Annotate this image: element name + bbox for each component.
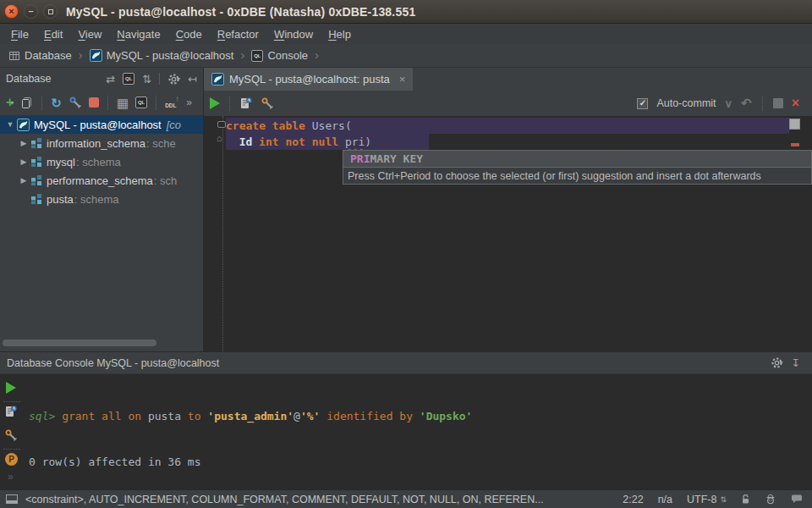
completion-popup: PRIMARY KEY Press Ctrl+Period to choose … [343,150,812,185]
table-view-icon[interactable]: ▦ [117,97,129,109]
caret-down-icon: ▾ [10,99,14,107]
completion-hint: Press Ctrl+Period to choose the selected… [343,167,811,184]
console-header: Database Console MySQL - pusta@localhost… [0,352,812,374]
hide-panel-icon[interactable]: ↤ [188,73,197,86]
scroll-from-source-icon[interactable]: ⇄ [106,73,115,86]
close-console-icon[interactable]: × [792,97,799,110]
divider [3,449,20,450]
panel-title: Database [6,73,52,85]
database-panel-toolbar: +▾ ↻ ▦ QL DDL↑ » [0,90,203,115]
schema-icon [30,193,42,205]
toolbar-overflow-icon[interactable]: » [186,97,191,108]
tree-item-mysql-schema[interactable]: ▶ mysql : schema [0,152,203,171]
window-maximize-button[interactable] [43,4,58,19]
line-separator[interactable]: n/a [658,494,672,505]
console-line: 0 row(s) affected in 36 ms [29,455,809,470]
menu-navigate[interactable]: Navigate [109,28,167,41]
run-button[interactable] [210,97,220,109]
jump-to-console-icon[interactable]: QL [135,97,147,108]
lock-icon[interactable] [741,494,750,505]
window-minimize-button[interactable]: – [24,4,38,19]
collapse-arrow-icon[interactable]: ▶ [19,176,29,185]
breadcrumb-datasource[interactable]: MySQL - pusta@localhost [87,47,237,64]
open-console-icon[interactable]: QL [123,73,134,85]
hide-panel-icon[interactable]: ↧ [792,356,800,369]
mysql-icon [211,73,224,86]
database-tool-window: Database ⇄ QL ⇅ ▾ ↤ +▾ ↻ ▦ QL [0,68,204,351]
notification-bubble-icon[interactable] [791,494,803,505]
error-stripe-mark[interactable] [791,143,799,146]
minimize-icon: – [28,7,33,16]
menu-file[interactable]: File [3,28,36,41]
tab-close-icon[interactable]: × [399,73,406,86]
inspector-hector-icon[interactable] [765,494,776,505]
query-history-icon[interactable] [239,97,253,110]
expand-arrow-icon[interactable]: ▼ [5,120,15,129]
inspection-indicator[interactable] [789,119,800,130]
window-controls: × – [0,4,58,19]
caret-position[interactable]: 2:22 [623,494,643,505]
breadcrumb-console[interactable]: QL Console [249,47,310,64]
add-datasource-button[interactable]: +▾ [6,96,14,109]
rollback-icon[interactable]: ↶ [741,96,752,111]
encoding-widget[interactable]: UTF-8⇅ [687,494,727,505]
fold-region-icon[interactable] [217,121,226,128]
duplicate-icon[interactable] [20,97,33,109]
editor-tab-console[interactable]: MySQL - pusta@localhost: pusta × [204,68,413,91]
statusbar: <constraint>, AUTO_INCREMENT, COLUMN_FOR… [0,489,812,508]
console-settings-icon[interactable] [261,97,274,110]
code-line-2: Id int not null pri) [226,134,371,150]
ddl-icon[interactable]: DDL↑ [165,96,179,109]
stop-disabled-icon [773,98,783,108]
tree-item-information-schema[interactable]: ▶ information_schema : sche [0,134,203,152]
panel-settings-button[interactable]: ▾ [167,73,180,86]
tree-item-mysql-connection[interactable]: ▼ MySQL - pusta@localhost [co [0,115,203,134]
editor-toolbar: ✓ Auto-commit ∨ ↶ × [204,91,812,116]
commit-chevron-icon[interactable]: ∨ [725,97,733,110]
stop-icon[interactable] [89,97,99,108]
toolwindow-toggle-icon[interactable] [6,494,18,504]
datasource-properties-icon[interactable] [69,96,82,109]
breadcrumb-database[interactable]: Database [6,47,74,64]
menu-view[interactable]: View [70,28,109,41]
menubar: File Edit View Navigate Code Refactor Wi… [0,24,812,44]
database-tree: ▼ MySQL - pusta@localhost [co ▶ informat… [0,115,203,208]
divider [107,96,108,110]
console-icon: QL [251,50,263,62]
window-title: MySQL - pusta@localhost - 0xDBE (Natasha… [66,5,415,19]
check-icon: ✓ [639,98,646,108]
window-close-button[interactable]: × [4,4,19,19]
menu-code[interactable]: Code [168,28,210,41]
toolbar-overflow-icon[interactable]: » [8,471,13,483]
completion-item-primary-key[interactable]: PRIMARY KEY [343,151,811,167]
console-settings-icon[interactable] [4,428,18,442]
menu-edit[interactable]: Edit [36,28,70,41]
menu-window[interactable]: Window [266,28,321,41]
query-history-icon[interactable] [4,405,18,418]
collapse-arrow-icon[interactable]: ▶ [19,139,29,147]
menu-help[interactable]: Help [321,28,359,41]
schema-icon [30,137,42,149]
tree-item-performance-schema[interactable]: ▶ performance_schema : sch [0,171,203,190]
horizontal-scrollbar[interactable] [3,340,156,346]
p-badge-icon[interactable]: P [5,453,18,466]
status-message: <constraint>, AUTO_INCREMENT, COLUMN_FOR… [25,494,612,505]
menu-refactor[interactable]: Refactor [210,28,266,41]
collapse-arrow-icon[interactable]: ▶ [19,157,29,166]
fold-end-icon[interactable]: ⌂ [217,134,222,143]
autocommit-checkbox[interactable]: ✓ [637,98,648,109]
console-settings-button[interactable]: ▾ [771,356,783,369]
breadcrumb: Database › MySQL - pusta@localhost › QL … [0,44,812,68]
console-line: sql> grant all on pusta to 'pusta_admin'… [29,409,809,424]
autocommit-label: Auto-commit [656,97,716,109]
chevron-right-icon: › [240,47,244,62]
refresh-icon[interactable]: ↻ [51,97,62,109]
chevron-right-icon: › [79,47,83,62]
tree-item-pusta-schema[interactable]: pusta : schema [0,190,203,208]
run-button[interactable] [6,382,16,394]
editor-tab-bar: MySQL - pusta@localhost: pusta × [204,68,812,91]
collapse-all-icon[interactable]: ⇅ [142,73,151,86]
chevron-right-icon: › [315,47,319,62]
maximize-icon [48,9,53,14]
caret-down-icon: ▾ [177,75,180,83]
